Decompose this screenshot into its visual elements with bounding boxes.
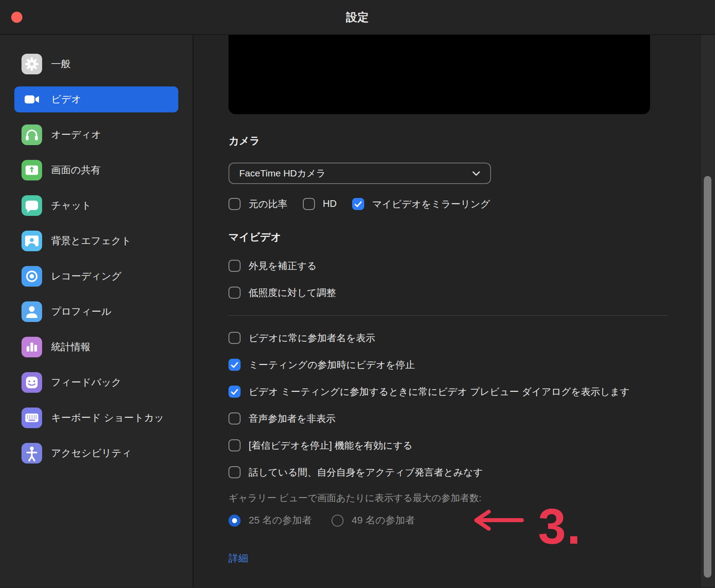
camera-device-value: FaceTime HDカメラ bbox=[239, 167, 472, 180]
sidebar-item-label: チャット bbox=[51, 199, 91, 212]
step-annotation: 3. bbox=[472, 498, 581, 543]
section-divider bbox=[228, 315, 668, 316]
hd-checkbox[interactable] bbox=[303, 198, 315, 210]
scrollbar-thumb[interactable] bbox=[704, 176, 711, 578]
hide-non-video-participants-checkbox[interactable] bbox=[228, 412, 241, 425]
radio-label: 25 名の参加者 bbox=[249, 514, 312, 527]
camera-section-heading: カメラ bbox=[228, 134, 715, 148]
camera-device-dropdown[interactable]: FaceTime HDカメラ bbox=[228, 163, 491, 184]
participants-25-option: 25 名の参加者 bbox=[228, 514, 312, 527]
hide-non-video-participants-option: 音声参加者を非表示 bbox=[228, 412, 715, 425]
sidebar-item-audio[interactable]: オーディオ bbox=[14, 122, 178, 148]
sidebar-item-feedback[interactable]: フィードバック bbox=[14, 369, 178, 395]
checkbox-label: マイビデオをミラーリング bbox=[372, 197, 491, 210]
sidebar-item-label: 一般 bbox=[51, 57, 71, 71]
sidebar-item-label: プロフィール bbox=[51, 305, 112, 318]
original-ratio-checkbox[interactable] bbox=[228, 198, 241, 210]
mirror-video-option: マイビデオをミラーリング bbox=[352, 197, 491, 210]
record-circle-icon bbox=[22, 266, 42, 287]
always-show-names-option: ビデオに常に参加者名を表示 bbox=[228, 331, 715, 344]
smiley-icon bbox=[22, 372, 42, 393]
advanced-settings-link[interactable]: 詳細 bbox=[228, 552, 248, 565]
sidebar-item-label: 背景とエフェクト bbox=[51, 234, 131, 248]
accessibility-icon bbox=[22, 443, 42, 464]
checkbox-label: 元の比率 bbox=[249, 197, 288, 210]
window-title: 設定 bbox=[346, 10, 369, 25]
sidebar-item-label: キーボード ショートカッ bbox=[51, 411, 164, 425]
participants-49-option: 49 名の参加者 bbox=[332, 514, 415, 527]
checkbox-label: 外見を補正する bbox=[249, 259, 317, 272]
hd-option: HD bbox=[303, 198, 337, 210]
stop-video-on-join-checkbox[interactable] bbox=[228, 359, 241, 371]
myvideo-section-heading: マイビデオ bbox=[228, 230, 715, 244]
stop-incoming-video-checkbox[interactable] bbox=[228, 439, 241, 451]
sidebar-item-label: フィードバック bbox=[51, 376, 121, 389]
stop-video-on-join-option: ミーティングの参加時にビデオを停止 bbox=[228, 358, 715, 371]
participants-49-radio[interactable] bbox=[332, 515, 344, 527]
checkbox-label: ビデオに常に参加者名を表示 bbox=[249, 331, 375, 344]
gallery-view-options: 25 名の参加者 49 名の参加者 3. bbox=[228, 514, 715, 527]
sidebar-item-statistics[interactable]: 統計情報 bbox=[14, 334, 178, 360]
settings-window: 設定 一般 ビデオ オーディオ bbox=[0, 0, 715, 588]
gallery-view-max-label: ギャラリー ビューで画面あたりに表示する最大の参加者数: bbox=[228, 492, 715, 504]
spotlight-when-speaking-checkbox[interactable] bbox=[228, 466, 241, 478]
sidebar-item-keyboard-shortcuts[interactable]: キーボード ショートカッ bbox=[14, 405, 178, 431]
original-ratio-option: 元の比率 bbox=[228, 197, 288, 210]
gear-icon bbox=[22, 54, 42, 74]
spotlight-when-speaking-option: 話している間、自分自身をアクティブ発言者とみなす bbox=[228, 466, 715, 479]
touch-up-appearance-checkbox[interactable] bbox=[228, 260, 241, 272]
touch-up-appearance-option: 外見を補正する bbox=[228, 259, 715, 272]
bar-chart-icon bbox=[22, 337, 42, 357]
radio-label: 49 名の参加者 bbox=[352, 514, 415, 527]
checkbox-label: ビデオ ミーティングに参加するときに常にビデオ プレビュー ダイアログを表示しま… bbox=[249, 385, 630, 398]
scrollbar-track[interactable] bbox=[700, 35, 715, 587]
sidebar-item-accessibility[interactable]: アクセシビリティ bbox=[14, 440, 178, 466]
sidebar-item-label: オーディオ bbox=[51, 128, 101, 142]
headphones-icon bbox=[22, 124, 42, 145]
settings-sidebar: 一般 ビデオ オーディオ 画面の共有 bbox=[0, 35, 194, 587]
sidebar-item-label: レコーディング bbox=[51, 270, 121, 283]
show-preview-dialog-checkbox[interactable] bbox=[228, 386, 241, 398]
participants-25-radio[interactable] bbox=[228, 515, 241, 527]
close-button[interactable] bbox=[11, 12, 22, 23]
sidebar-item-video[interactable]: ビデオ bbox=[14, 86, 178, 112]
low-light-option: 低照度に対して調整 bbox=[228, 286, 715, 299]
video-settings-panel: カメラ FaceTime HDカメラ 元の比率 HD マイビデオをミラーリング bbox=[194, 35, 715, 587]
chevron-down-icon bbox=[472, 171, 480, 176]
sidebar-item-label: ビデオ bbox=[51, 93, 82, 106]
always-show-names-checkbox[interactable] bbox=[228, 332, 241, 344]
person-in-frame-icon bbox=[22, 231, 42, 251]
sidebar-item-chat[interactable]: チャット bbox=[14, 193, 178, 219]
stop-incoming-video-option: [着信ビデオを停止] 機能を有効にする bbox=[228, 439, 715, 452]
checkbox-label: 低照度に対して調整 bbox=[249, 286, 336, 299]
checkbox-label: 音声参加者を非表示 bbox=[249, 412, 336, 425]
show-preview-dialog-option: ビデオ ミーティングに参加するときに常にビデオ プレビュー ダイアログを表示しま… bbox=[228, 385, 715, 398]
mirror-video-checkbox[interactable] bbox=[352, 198, 364, 210]
sidebar-item-screen-share[interactable]: 画面の共有 bbox=[14, 157, 178, 183]
sidebar-item-profile[interactable]: プロフィール bbox=[14, 299, 178, 325]
sidebar-item-label: 統計情報 bbox=[51, 340, 90, 354]
chat-bubble-icon bbox=[22, 195, 42, 216]
video-camera-icon bbox=[22, 89, 42, 110]
checkbox-label: [着信ビデオを停止] 機能を有効にする bbox=[249, 439, 413, 452]
sidebar-item-label: 画面の共有 bbox=[51, 163, 101, 177]
checkbox-label: HD bbox=[323, 198, 337, 210]
keyboard-icon bbox=[22, 408, 42, 428]
sidebar-item-background-effects[interactable]: 背景とエフェクト bbox=[14, 228, 178, 254]
screen-share-icon bbox=[22, 160, 42, 180]
low-light-checkbox[interactable] bbox=[228, 287, 241, 299]
step-number: 3. bbox=[538, 504, 581, 549]
checkbox-label: 話している間、自分自身をアクティブ発言者とみなす bbox=[249, 466, 483, 479]
video-preview bbox=[228, 35, 650, 114]
person-icon bbox=[22, 301, 42, 322]
title-bar: 設定 bbox=[0, 0, 715, 35]
sidebar-item-general[interactable]: 一般 bbox=[14, 51, 178, 77]
left-arrow-icon bbox=[472, 507, 525, 533]
sidebar-item-label: アクセシビリティ bbox=[51, 446, 132, 460]
checkbox-label: ミーティングの参加時にビデオを停止 bbox=[249, 358, 415, 371]
sidebar-item-recording[interactable]: レコーディング bbox=[14, 263, 178, 289]
